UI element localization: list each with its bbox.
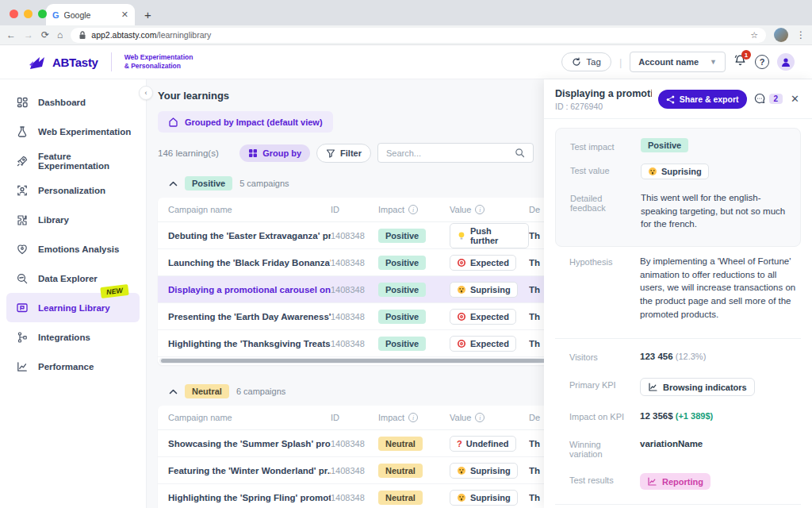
grouped-view-tab[interactable]: Grouped by Impact (default view) <box>158 111 333 133</box>
search-box[interactable] <box>377 143 534 163</box>
abtasty-logo[interactable]: ABTasty <box>27 54 98 70</box>
screenshots-section: Screenshots 0 <box>555 504 801 508</box>
search-input[interactable] <box>386 148 515 158</box>
collapse-group-icon[interactable] <box>169 389 178 394</box>
bookmark-star-icon[interactable]: ☆ <box>750 30 758 40</box>
target-icon <box>457 339 466 348</box>
share-export-button[interactable]: Share & export <box>658 90 747 109</box>
value-badge: Push further <box>450 223 529 248</box>
reporting-badge[interactable]: Reporting <box>640 473 710 490</box>
tab-close-icon[interactable]: ✕ <box>121 10 128 20</box>
notifications-button[interactable]: 1 <box>733 54 747 70</box>
hypothesis-text: By implementing a 'Wheel of Fortune' ani… <box>640 255 801 321</box>
reload-icon[interactable]: ⟳ <box>41 29 49 40</box>
sidebar-item-personalization[interactable]: Personalization <box>0 175 146 205</box>
browser-profile-avatar[interactable] <box>774 28 788 42</box>
impact-badge: Neutral <box>378 464 423 478</box>
learning-library-icon <box>16 302 29 314</box>
forward-icon[interactable]: → <box>24 29 33 40</box>
magnifier-wave-icon <box>16 272 29 285</box>
value-badge: Suprising <box>450 463 518 479</box>
grid-icon <box>248 148 258 158</box>
filter-button[interactable]: Filter <box>316 144 371 163</box>
campaign-count: 5 campaigns <box>239 179 289 188</box>
comments-button[interactable]: 2 <box>753 92 783 105</box>
group-positive: Positive 5 campaigns Campaign name ID Im… <box>158 176 544 365</box>
scrollbar-thumb[interactable] <box>161 359 544 363</box>
maximize-window-button[interactable] <box>38 10 47 18</box>
info-icon[interactable]: i <box>475 205 485 214</box>
info-icon[interactable]: i <box>408 205 418 214</box>
tab-title: Google <box>64 10 117 20</box>
group-by-button[interactable]: Group by <box>239 144 310 162</box>
learning-count: 146 learning(s) <box>158 148 233 158</box>
sidebar-item-emotions-analysis[interactable]: Emotions Analysis <box>0 234 146 264</box>
new-tab-button[interactable]: + <box>144 8 151 21</box>
main-content: Your learnings Grouped by Impact (defaul… <box>147 79 544 508</box>
table-row[interactable]: Featuring the 'Winter Wonderland' pr... … <box>158 457 544 484</box>
home-icon[interactable]: ⌂ <box>57 29 63 40</box>
bulb-icon <box>457 231 466 241</box>
user-avatar[interactable] <box>777 53 795 71</box>
table-row[interactable]: Highlighting the 'Spring Fling' promot..… <box>158 484 544 508</box>
table-row[interactable]: Debuting the 'Easter Extravaganza' pr...… <box>158 222 544 249</box>
sidebar-item-web-experimentation[interactable]: Web Experimentation <box>0 117 146 146</box>
visitors-value: 123 456 (12.3%) <box>640 350 706 362</box>
table-row[interactable]: Presenting the 'Earth Day Awareness'... … <box>158 303 544 330</box>
sidebar-collapse-button[interactable]: ‹ <box>139 86 153 100</box>
tag-button[interactable]: Tag <box>561 52 611 71</box>
info-icon[interactable]: i <box>475 413 485 422</box>
value-badge: Suprising <box>450 490 518 506</box>
rocket-icon <box>16 155 29 167</box>
window-controls[interactable] <box>10 10 47 18</box>
google-favicon-icon: G <box>52 10 59 20</box>
collapse-group-icon[interactable] <box>169 181 178 187</box>
group-badge-positive: Positive <box>185 176 232 190</box>
table-row[interactable]: Launching the 'Black Friday Bonanza'... … <box>158 249 544 276</box>
sidebar-item-feature-experimentation[interactable]: Feature Experimentation <box>0 146 146 175</box>
browser-tab[interactable]: G Google ✕ <box>46 4 135 25</box>
back-icon[interactable]: ← <box>6 29 16 40</box>
chevron-down-icon: ▼ <box>710 58 717 66</box>
impact-kpi-label: Impact on KPI <box>569 410 630 421</box>
horizontal-scrollbar[interactable] <box>159 358 544 364</box>
panel-id: ID : 6276940 <box>555 102 652 111</box>
close-icon[interactable]: ✕ <box>789 93 801 105</box>
account-select[interactable]: Account name ▼ <box>630 52 726 72</box>
sidebar-item-dashboard[interactable]: Dashboard <box>0 87 146 117</box>
impact-badge: Positive <box>378 337 426 351</box>
heart-pin-icon <box>16 243 29 256</box>
sidebar-item-performance[interactable]: Performance <box>0 352 146 381</box>
person-brackets-icon <box>16 184 29 197</box>
winning-variation-value: variationName <box>640 437 703 459</box>
table-row-selected[interactable]: Displaying a promotional carousel on... … <box>158 276 544 303</box>
positive-table: Campaign name ID Impacti Valuei De Debut… <box>158 198 544 365</box>
hypothesis-label: Hypothesis <box>569 255 630 321</box>
minimize-window-button[interactable] <box>24 10 33 18</box>
sidebar: ‹ Dashboard Web Experimentation Feature … <box>0 79 147 508</box>
detailed-feedback-text: This went well for the english-speaking … <box>641 191 786 231</box>
comment-count-badge: 2 <box>769 94 783 104</box>
home-view-icon <box>168 117 178 127</box>
info-icon[interactable]: i <box>408 413 418 422</box>
table-row[interactable]: Highlighting the 'Thanksgiving Treats'..… <box>158 330 544 357</box>
browser-menu-icon[interactable]: ⋮ <box>796 29 806 40</box>
winning-variation-label: Winning variation <box>569 437 630 459</box>
close-window-button[interactable] <box>10 10 18 18</box>
browser-toolbar: ← → ⟳ ⌂ app2.abtasty.com/learninglibrary… <box>0 25 812 45</box>
impact-badge: Positive <box>378 283 426 297</box>
url-text: app2.abtasty.com/learninglibrary <box>91 30 211 40</box>
puzzle-icon <box>16 214 29 226</box>
new-badge: NEW <box>100 284 128 298</box>
help-button[interactable]: ? <box>755 55 769 69</box>
test-impact-badge: Positive <box>641 138 688 152</box>
header-divider <box>111 52 112 71</box>
table-row[interactable]: Showcasing the 'Summer Splash' pro... 14… <box>158 430 544 457</box>
astonished-face-icon <box>648 167 657 176</box>
impact-badge: Positive <box>378 310 426 324</box>
address-bar[interactable]: app2.abtasty.com/learninglibrary ☆ <box>71 28 766 43</box>
sidebar-item-learning-library[interactable]: NEW Learning Library <box>6 293 140 322</box>
test-impact-label: Test impact <box>570 140 631 152</box>
sidebar-item-library[interactable]: Library <box>0 205 146 234</box>
sidebar-item-integrations[interactable]: Integrations <box>0 322 146 352</box>
